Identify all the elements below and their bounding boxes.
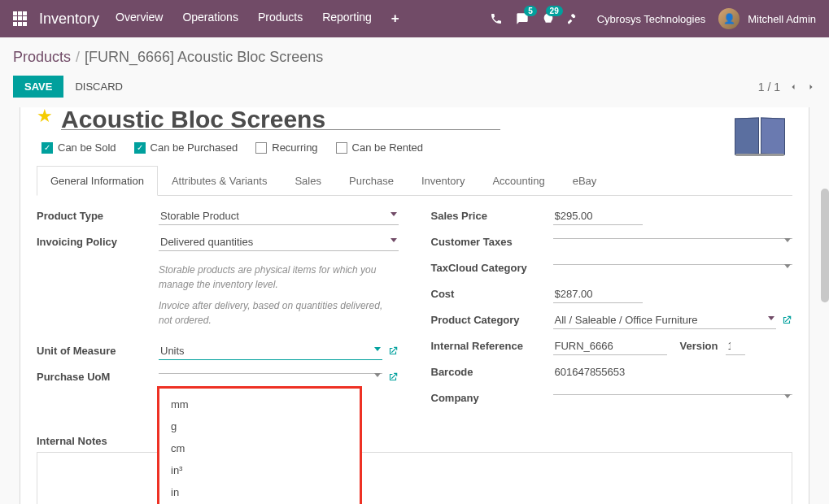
purchase-uom-dropdown: mm g cm in³ in oz fl oz (US) Search More… [157, 386, 362, 504]
product-image[interactable] [727, 107, 792, 154]
apps-launcher-icon[interactable] [13, 11, 28, 26]
nav-links: Overview Operations Products Reporting + [116, 11, 399, 27]
breadcrumb-current: [FURN_6666] Acoustic Bloc Screens [85, 49, 323, 66]
phone-icon[interactable] [490, 12, 503, 25]
customer-taxes-select[interactable] [553, 233, 793, 239]
invoicing-policy-label: Invoicing Policy [37, 233, 159, 248]
nav-plus-icon[interactable]: + [391, 11, 399, 27]
can-be-rented-checkbox[interactable]: Can be Rented [336, 141, 423, 154]
nav-products[interactable]: Products [258, 11, 303, 27]
uom-option-cm[interactable]: cm [159, 437, 360, 459]
uom-option-in3[interactable]: in³ [159, 459, 360, 481]
discard-button[interactable]: DISCARD [75, 80, 123, 93]
help-storable: Storable products are physical items for… [159, 263, 399, 292]
nav-overview[interactable]: Overview [116, 11, 163, 27]
product-category-label: Product Category [431, 311, 553, 326]
company-switcher[interactable]: Cybrosys Technologies [597, 13, 705, 25]
cost-input[interactable] [553, 285, 643, 303]
tab-general-information[interactable]: General Information [37, 166, 158, 196]
user-name: Mitchell Admin [748, 13, 816, 25]
sales-price-input[interactable] [553, 207, 643, 225]
breadcrumb: Products / [FURN_6666] Acoustic Bloc Scr… [0, 37, 829, 71]
chat-icon[interactable]: 5 [516, 12, 529, 25]
sales-price-label: Sales Price [431, 207, 553, 222]
product-type-select[interactable]: Storable Product [159, 207, 399, 225]
tools-icon[interactable] [568, 12, 581, 25]
customer-taxes-label: Customer Taxes [431, 233, 553, 248]
product-type-label: Product Type [37, 207, 159, 222]
tab-inventory[interactable]: Inventory [408, 166, 478, 196]
barcode-input[interactable] [553, 363, 675, 380]
activity-badge: 29 [546, 6, 563, 16]
can-be-purchased-checkbox[interactable]: ✓Can be Purchased [134, 141, 238, 154]
category-external-link-icon[interactable] [781, 315, 792, 326]
tab-attributes-variants[interactable]: Attributes & Variants [158, 166, 281, 196]
uom-option-g[interactable]: g [159, 415, 360, 437]
app-name[interactable]: Inventory [39, 11, 99, 28]
internal-ref-input[interactable] [553, 337, 667, 355]
avatar: 👤 [718, 8, 740, 29]
internal-notes-label: Internal Notes [37, 435, 792, 447]
taxcloud-select[interactable] [553, 259, 793, 265]
save-button[interactable]: SAVE [13, 76, 63, 98]
nav-reporting[interactable]: Reporting [322, 11, 372, 27]
scrollbar[interactable] [821, 189, 829, 302]
tabs: General Information Attributes & Variant… [37, 165, 792, 196]
purchase-uom-label: Purchase UoM [37, 368, 159, 383]
company-label: Company [431, 389, 553, 404]
uom-option-in[interactable]: in [159, 481, 360, 503]
pager-next-icon[interactable] [806, 82, 816, 92]
can-be-sold-checkbox[interactable]: ✓Can be Sold [41, 141, 116, 154]
version-label: Version [680, 340, 718, 352]
favorite-star-icon[interactable]: ★ [37, 107, 53, 125]
internal-notes-input[interactable] [37, 452, 792, 504]
purchase-uom-select[interactable] [159, 368, 382, 374]
tab-ebay[interactable]: eBay [559, 166, 611, 196]
uom-label: Unit of Measure [37, 342, 159, 357]
breadcrumb-sep: / [76, 49, 80, 66]
tab-purchase[interactable]: Purchase [335, 166, 408, 196]
breadcrumb-parent[interactable]: Products [13, 49, 71, 66]
tab-sales[interactable]: Sales [281, 166, 335, 196]
internal-ref-label: Internal Reference [431, 337, 553, 352]
uom-external-link-icon[interactable] [387, 345, 399, 357]
nav-operations[interactable]: Operations [182, 11, 238, 27]
version-input[interactable] [726, 337, 745, 355]
help-invoice: Invoice after delivery, based on quantit… [159, 298, 399, 328]
pager-text: 1 / 1 [758, 80, 780, 93]
tab-accounting[interactable]: Accounting [478, 166, 558, 196]
product-name-input[interactable] [61, 111, 500, 130]
invoicing-policy-select[interactable]: Delivered quantities [159, 233, 399, 251]
product-category-select[interactable]: All / Saleable / Office Furniture [553, 311, 777, 329]
uom-option-mm[interactable]: mm [159, 393, 360, 415]
chat-badge: 5 [524, 6, 537, 16]
taxcloud-label: TaxCloud Category [431, 259, 553, 274]
cost-label: Cost [431, 285, 553, 300]
recurring-checkbox[interactable]: Recurring [255, 141, 317, 154]
pager-prev-icon[interactable] [788, 82, 798, 92]
user-menu[interactable]: 👤 Mitchell Admin [718, 8, 816, 29]
purchase-uom-external-link-icon[interactable] [387, 371, 399, 383]
uom-select[interactable]: Units [159, 342, 382, 360]
barcode-label: Barcode [431, 363, 553, 378]
activity-icon[interactable]: 29 [542, 12, 555, 25]
company-select[interactable] [553, 389, 793, 395]
